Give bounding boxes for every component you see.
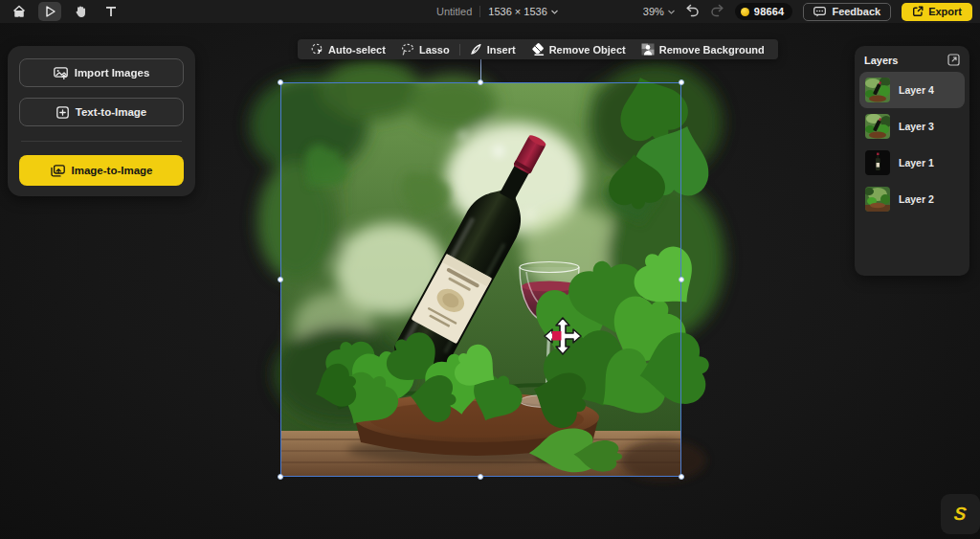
selection-handle-bottom-mid[interactable] xyxy=(478,474,483,480)
selection-handle-top-left[interactable] xyxy=(278,79,283,85)
layers-header: Layers xyxy=(859,54,965,72)
selection-handle-bottom-left[interactable] xyxy=(278,474,283,480)
layer-2-thumbnail xyxy=(865,187,890,212)
feedback-icon xyxy=(813,7,826,17)
undo-button[interactable] xyxy=(685,3,700,20)
text-to-image-label: Text-to-Image xyxy=(76,106,147,118)
divider xyxy=(479,6,480,17)
image-to-image-button[interactable]: Image-to-Image xyxy=(19,155,184,186)
layer-row-1[interactable]: Layer 1 xyxy=(859,145,965,181)
lasso-label: Lasso xyxy=(419,44,450,56)
export-button[interactable]: Export xyxy=(902,3,972,21)
selection-handle-top-right[interactable] xyxy=(679,79,684,85)
canvas-toolbar: Auto-select Lasso Insert Remove Object xyxy=(298,39,778,59)
auto-select-icon xyxy=(311,43,323,56)
credits-badge[interactable]: 98664 xyxy=(735,3,793,20)
auto-select-tool[interactable]: Auto-select xyxy=(303,39,393,59)
layer-4-thumbnail xyxy=(865,78,890,102)
document-title: Untitled xyxy=(436,6,472,17)
export-label: Export xyxy=(928,6,962,17)
app-window: Untitled 1536 × 1536 39% xyxy=(0,0,980,539)
insert-pen-icon xyxy=(470,43,482,56)
divider xyxy=(459,44,460,56)
remove-object-label: Remove Object xyxy=(549,44,626,56)
layers-title: Layers xyxy=(864,55,898,66)
layers-panel: Layers Layer 4 xyxy=(855,46,969,276)
home-icon xyxy=(12,5,26,18)
text-to-image-icon xyxy=(56,106,69,119)
eraser-icon xyxy=(531,43,545,56)
zoom-dropdown[interactable]: 39% xyxy=(643,6,675,17)
layer-row-4[interactable]: Layer 4 xyxy=(859,72,965,108)
layer-row-2[interactable]: Layer 2 xyxy=(859,181,965,217)
document-info: Untitled 1536 × 1536 xyxy=(436,0,558,23)
selection-handle-top-mid[interactable] xyxy=(478,79,483,85)
insert-tool[interactable]: Insert xyxy=(462,39,523,59)
chevron-down-icon xyxy=(551,10,558,14)
selection-handle-mid-left[interactable] xyxy=(278,277,283,282)
select-tool-button[interactable] xyxy=(38,2,61,21)
topbar: Untitled 1536 × 1536 39% xyxy=(0,0,980,23)
brand-logo[interactable]: S xyxy=(941,494,980,534)
export-icon xyxy=(912,6,924,17)
canvas-size-value: 1536 × 1536 xyxy=(488,6,546,17)
coin-icon xyxy=(741,8,749,16)
canvas-image[interactable] xyxy=(280,82,681,477)
lasso-icon xyxy=(401,43,414,56)
divider xyxy=(21,141,182,142)
chevron-down-icon xyxy=(668,10,675,14)
remove-object-tool[interactable]: Remove Object xyxy=(523,39,634,59)
select-tool-icon xyxy=(44,5,56,18)
layer-1-thumbnail xyxy=(865,150,890,175)
layers-panel-toggle-icon[interactable] xyxy=(947,54,960,66)
selection-handle-mid-right[interactable] xyxy=(679,277,684,282)
credits-count: 98664 xyxy=(754,6,785,17)
remove-background-icon xyxy=(641,43,655,56)
lasso-tool[interactable]: Lasso xyxy=(393,39,457,59)
selection-handle-bottom-right[interactable] xyxy=(679,474,684,480)
redo-icon xyxy=(710,4,724,16)
layer-label: Layer 2 xyxy=(899,193,934,205)
generation-panel: Import Images Text-to-Image Image-to-Ima… xyxy=(8,46,195,196)
remove-background-label: Remove Background xyxy=(659,44,765,56)
text-tool-icon xyxy=(105,6,117,17)
feedback-label: Feedback xyxy=(832,6,880,17)
layer-label: Layer 1 xyxy=(899,157,934,168)
layer-row-3[interactable]: Layer 3 xyxy=(859,108,965,145)
remove-background-tool[interactable]: Remove Background xyxy=(634,39,772,59)
layer-3-thumbnail xyxy=(865,114,890,139)
text-to-image-button[interactable]: Text-to-Image xyxy=(19,98,184,126)
insert-label: Insert xyxy=(487,44,516,56)
tool-group xyxy=(8,0,122,23)
auto-select-label: Auto-select xyxy=(328,44,386,56)
layer-label: Layer 3 xyxy=(899,121,934,132)
redo-button[interactable] xyxy=(710,3,724,20)
text-tool-button[interactable] xyxy=(100,2,122,21)
topbar-actions: 39% 98664 xyxy=(643,0,972,23)
import-images-button[interactable]: Import Images xyxy=(19,58,184,87)
layer-label: Layer 4 xyxy=(899,84,934,96)
image-to-image-icon xyxy=(51,165,65,177)
feedback-button[interactable]: Feedback xyxy=(803,3,891,21)
hand-tool-button[interactable] xyxy=(69,2,92,21)
import-images-icon xyxy=(54,67,68,79)
zoom-value: 39% xyxy=(643,6,664,17)
undo-icon xyxy=(685,4,700,16)
canvas[interactable] xyxy=(280,82,681,477)
home-button[interactable] xyxy=(8,2,31,21)
import-images-label: Import Images xyxy=(75,67,150,79)
canvas-size-dropdown[interactable]: 1536 × 1536 xyxy=(488,6,557,17)
hand-tool-icon xyxy=(74,5,87,18)
brand-logo-letter: S xyxy=(953,504,968,525)
image-to-image-label: Image-to-Image xyxy=(72,165,153,176)
